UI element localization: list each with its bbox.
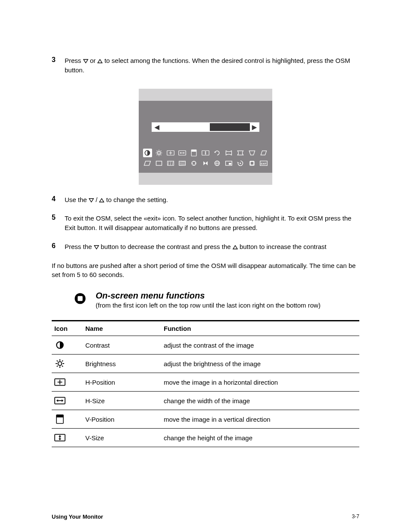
footer-page: 3-7 bbox=[352, 513, 359, 520]
triangle-down-icon bbox=[94, 245, 99, 249]
vposition-icon bbox=[52, 410, 83, 429]
row-name: V-Position bbox=[83, 410, 161, 429]
row-function: move the image in a horizontal direction bbox=[161, 373, 359, 392]
brightness-icon bbox=[52, 355, 83, 373]
th-name: Name bbox=[83, 321, 161, 336]
function-table: Icon Name Function Contrastadjust the co… bbox=[52, 320, 359, 447]
hsize-icon bbox=[52, 392, 83, 410]
v-size-icon bbox=[201, 149, 210, 157]
table-row: V-Sizechange the height of the image bbox=[52, 429, 359, 447]
parallelogram-icon bbox=[143, 159, 152, 168]
step-number: 4 bbox=[52, 195, 59, 211]
section-subheading: (from the first icon left on the top row… bbox=[96, 302, 321, 309]
th-icon: Icon bbox=[52, 321, 83, 336]
section-heading: On-screen menu functions bbox=[96, 291, 321, 301]
step6-text-a: Press the bbox=[65, 243, 92, 250]
step3-text-c: to select among the functions. When the … bbox=[65, 57, 350, 74]
row-name: H-Position bbox=[83, 373, 161, 392]
triangle-up-icon bbox=[99, 198, 104, 202]
step3-text-b: or bbox=[90, 57, 96, 64]
triangle-up-icon bbox=[97, 59, 103, 63]
row-name: V-Size bbox=[83, 429, 161, 447]
trapezoid-2-icon bbox=[259, 149, 268, 157]
section-divider: On-screen menu functions (from the first… bbox=[52, 291, 359, 309]
triangle-down-icon bbox=[89, 198, 94, 202]
pincushion-1-icon bbox=[224, 149, 233, 157]
step4-text-b: to change the setting. bbox=[106, 196, 168, 203]
step4-text-a: Use the bbox=[65, 196, 87, 203]
step6-text-b: button to decrease the contrast and pres… bbox=[101, 243, 231, 250]
contrast-icon bbox=[52, 336, 83, 355]
pincushion-2-icon bbox=[236, 149, 245, 157]
h-size-icon bbox=[178, 149, 187, 157]
table-row: Brightnessadjust the brightness of the i… bbox=[52, 355, 359, 373]
th-function: Function bbox=[161, 321, 359, 336]
row-name: H-Size bbox=[83, 392, 161, 410]
language-icon bbox=[212, 159, 221, 168]
page-footer: Using Your Monitor 3-7 bbox=[52, 513, 359, 520]
slider-right-arrow-icon: ▶ bbox=[250, 123, 258, 131]
table-row: V-Positionmove the image in a vertical d… bbox=[52, 410, 359, 429]
osd-position-icon bbox=[224, 159, 233, 168]
step-4: 4 Use the / to change the setting. bbox=[52, 195, 359, 211]
row-name: Contrast bbox=[83, 336, 161, 355]
table-row: H-Positionmove the image in a horizontal… bbox=[52, 373, 359, 392]
status-icon bbox=[247, 159, 256, 168]
footer-title: Using Your Monitor bbox=[52, 513, 103, 520]
degauss-icon bbox=[201, 159, 210, 168]
osd-screenshot: ◀ ▶ bbox=[139, 89, 272, 185]
triangle-up-icon bbox=[233, 245, 238, 249]
row-function: adjust the brightness of the image bbox=[161, 355, 359, 373]
hposition-icon bbox=[52, 373, 83, 392]
trapezoid-1-icon bbox=[247, 149, 256, 157]
triangle-down-icon bbox=[83, 59, 88, 63]
h-position-icon bbox=[166, 149, 175, 157]
v-position-icon bbox=[190, 149, 199, 157]
table-row: Contrastadjust the contrast of the image bbox=[52, 336, 359, 355]
table-row: H-Sizechange the width of the image bbox=[52, 392, 359, 410]
step3-text-a: Press bbox=[65, 57, 81, 64]
step-number: 3 bbox=[52, 56, 59, 81]
step-number: 6 bbox=[52, 242, 59, 258]
row-name: Brightness bbox=[83, 355, 161, 373]
step6-text-c: button to increase the contrast bbox=[240, 243, 327, 250]
section-icon bbox=[52, 291, 89, 305]
vsize-icon bbox=[52, 429, 83, 447]
post-step-paragraph: If no buttons are pushed after a short p… bbox=[52, 261, 359, 280]
row-function: change the width of the image bbox=[161, 392, 359, 410]
brightness-icon bbox=[155, 149, 164, 157]
step-5: 5 To exit the OSM, select the «exit» ico… bbox=[52, 214, 359, 239]
contrast-icon bbox=[143, 149, 152, 157]
moire-h-icon bbox=[166, 159, 175, 168]
slider-left-arrow-icon: ◀ bbox=[153, 123, 161, 131]
step-6: 6 Press the button to decrease the contr… bbox=[52, 242, 359, 258]
row-function: move the image in a vertical direction bbox=[161, 410, 359, 429]
osd-icon-grid bbox=[139, 146, 272, 173]
row-function: change the height of the image bbox=[161, 429, 359, 447]
step-3: 3 Press or to select among the functions… bbox=[52, 56, 359, 81]
exit-icon bbox=[259, 159, 268, 168]
moire-v-icon bbox=[178, 159, 187, 168]
square-icon bbox=[155, 159, 164, 168]
color-icon bbox=[190, 159, 199, 168]
row-function: adjust the contrast of the image bbox=[161, 336, 359, 355]
step-number: 5 bbox=[52, 214, 59, 239]
osd-slider: ◀ ▶ bbox=[152, 122, 259, 132]
rotation-icon bbox=[212, 149, 221, 157]
recall-icon bbox=[236, 159, 245, 168]
step5-text: To exit the OSM, select the «exit» icon.… bbox=[65, 214, 359, 233]
